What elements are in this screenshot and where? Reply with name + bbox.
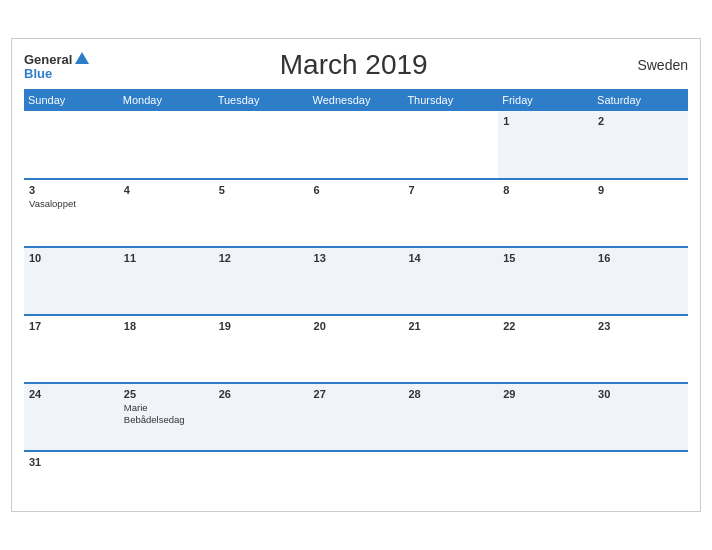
logo-blue: Blue <box>24 67 89 80</box>
table-cell: 11 <box>119 247 214 315</box>
table-cell <box>214 111 309 179</box>
day-number: 26 <box>219 388 304 400</box>
table-cell <box>214 451 309 501</box>
day-number: 18 <box>124 320 209 332</box>
week-row-4: 17181920212223 <box>24 315 688 383</box>
event-text: Vasaloppet <box>29 198 114 210</box>
table-cell: 21 <box>403 315 498 383</box>
calendar-title: March 2019 <box>89 49 618 81</box>
day-number: 9 <box>598 184 683 196</box>
table-cell: 3Vasaloppet <box>24 179 119 247</box>
week-row-3: 10111213141516 <box>24 247 688 315</box>
calendar-header: General Blue March 2019 Sweden <box>24 49 688 81</box>
day-number: 20 <box>314 320 399 332</box>
day-number: 2 <box>598 115 683 127</box>
table-cell: 2 <box>593 111 688 179</box>
table-cell: 24 <box>24 383 119 451</box>
logo-general: General <box>24 52 72 67</box>
day-number: 1 <box>503 115 588 127</box>
table-cell: 10 <box>24 247 119 315</box>
header-tuesday: Tuesday <box>214 89 309 111</box>
table-cell: 20 <box>309 315 404 383</box>
table-cell: 4 <box>119 179 214 247</box>
weekday-header-row: Sunday Monday Tuesday Wednesday Thursday… <box>24 89 688 111</box>
day-number: 23 <box>598 320 683 332</box>
day-number: 27 <box>314 388 399 400</box>
day-number: 8 <box>503 184 588 196</box>
day-number: 24 <box>29 388 114 400</box>
day-number: 13 <box>314 252 399 264</box>
table-cell: 25Marie Bebådelsedag <box>119 383 214 451</box>
table-cell: 1 <box>498 111 593 179</box>
table-cell: 28 <box>403 383 498 451</box>
day-number: 25 <box>124 388 209 400</box>
day-number: 14 <box>408 252 493 264</box>
day-number: 30 <box>598 388 683 400</box>
day-number: 28 <box>408 388 493 400</box>
header-sunday: Sunday <box>24 89 119 111</box>
table-cell: 6 <box>309 179 404 247</box>
day-number: 11 <box>124 252 209 264</box>
calendar-country: Sweden <box>618 57 688 73</box>
table-cell <box>24 111 119 179</box>
table-cell: 16 <box>593 247 688 315</box>
table-cell <box>119 451 214 501</box>
table-cell: 26 <box>214 383 309 451</box>
week-row-6: 31 <box>24 451 688 501</box>
table-cell: 18 <box>119 315 214 383</box>
week-row-1: 12 <box>24 111 688 179</box>
day-number: 10 <box>29 252 114 264</box>
logo-text: General <box>24 51 89 67</box>
table-cell: 30 <box>593 383 688 451</box>
table-cell: 22 <box>498 315 593 383</box>
table-cell: 7 <box>403 179 498 247</box>
day-number: 21 <box>408 320 493 332</box>
calendar-grid: Sunday Monday Tuesday Wednesday Thursday… <box>24 89 688 501</box>
table-cell: 19 <box>214 315 309 383</box>
day-number: 6 <box>314 184 399 196</box>
day-number: 17 <box>29 320 114 332</box>
table-cell: 14 <box>403 247 498 315</box>
day-number: 3 <box>29 184 114 196</box>
table-cell: 8 <box>498 179 593 247</box>
table-cell <box>403 111 498 179</box>
table-cell: 13 <box>309 247 404 315</box>
day-number: 5 <box>219 184 304 196</box>
table-cell: 12 <box>214 247 309 315</box>
day-number: 16 <box>598 252 683 264</box>
day-number: 31 <box>29 456 114 468</box>
logo-triangle-icon <box>75 52 89 64</box>
event-text: Marie Bebådelsedag <box>124 402 209 427</box>
day-number: 29 <box>503 388 588 400</box>
week-row-2: 3Vasaloppet456789 <box>24 179 688 247</box>
table-cell <box>593 451 688 501</box>
table-cell: 23 <box>593 315 688 383</box>
table-cell <box>498 451 593 501</box>
day-number: 19 <box>219 320 304 332</box>
table-cell <box>403 451 498 501</box>
day-number: 22 <box>503 320 588 332</box>
table-cell <box>309 451 404 501</box>
day-number: 4 <box>124 184 209 196</box>
table-cell: 31 <box>24 451 119 501</box>
logo: General Blue <box>24 51 89 80</box>
header-thursday: Thursday <box>403 89 498 111</box>
table-cell <box>309 111 404 179</box>
table-cell <box>119 111 214 179</box>
table-cell: 29 <box>498 383 593 451</box>
table-cell: 27 <box>309 383 404 451</box>
table-cell: 15 <box>498 247 593 315</box>
header-monday: Monday <box>119 89 214 111</box>
header-friday: Friday <box>498 89 593 111</box>
day-number: 7 <box>408 184 493 196</box>
table-cell: 9 <box>593 179 688 247</box>
day-number: 12 <box>219 252 304 264</box>
header-saturday: Saturday <box>593 89 688 111</box>
calendar-container: General Blue March 2019 Sweden Sunday Mo… <box>11 38 701 512</box>
table-cell: 17 <box>24 315 119 383</box>
week-row-5: 2425Marie Bebådelsedag2627282930 <box>24 383 688 451</box>
table-cell: 5 <box>214 179 309 247</box>
header-wednesday: Wednesday <box>309 89 404 111</box>
day-number: 15 <box>503 252 588 264</box>
